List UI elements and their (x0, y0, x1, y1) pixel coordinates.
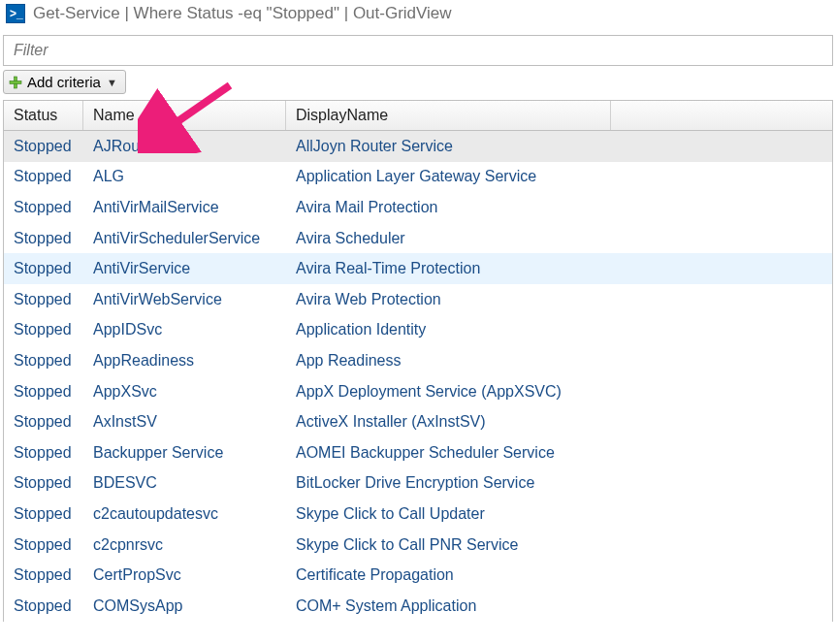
cell-status: Stopped (4, 199, 83, 216)
cell-name: CertPropSvc (83, 566, 286, 584)
cell-displayname: Avira Web Protection (286, 291, 832, 308)
cell-name: COMSysApp (83, 597, 286, 615)
svg-rect-1 (10, 80, 21, 83)
criteria-bar: Add criteria ▼ (3, 70, 833, 94)
cell-displayname: ActiveX Installer (AxInstSV) (286, 413, 832, 431)
cell-displayname: Application Layer Gateway Service (286, 168, 832, 185)
grid-body[interactable]: StoppedAJRouterAllJoyn Router ServiceSto… (4, 131, 832, 622)
cell-displayname: AllJoyn Router Service (286, 138, 832, 155)
table-row[interactable]: StoppedAppXSvcAppX Deployment Service (A… (4, 376, 832, 407)
window-title: Get-Service | Where Status -eq "Stopped"… (33, 4, 452, 23)
cell-name: AJRouter (83, 138, 286, 155)
table-row[interactable]: Stoppedc2cautoupdatesvcSkype Click to Ca… (4, 499, 832, 530)
cell-displayname: App Readiness (286, 352, 832, 370)
filter-bar[interactable] (3, 35, 833, 66)
table-row[interactable]: StoppedAntiVirWebServiceAvira Web Protec… (4, 284, 832, 315)
cell-name: Backupper Service (83, 444, 286, 462)
chevron-down-icon: ▼ (107, 77, 117, 88)
cell-name: c2cautoupdatesvc (83, 505, 286, 523)
table-row[interactable]: StoppedAJRouterAllJoyn Router Service (4, 131, 832, 162)
grid-header: Status Name DisplayName (4, 101, 832, 131)
cell-name: AxInstSV (83, 413, 286, 431)
cell-displayname: Avira Real-Time Protection (286, 260, 832, 277)
cell-name: BDESVC (83, 474, 286, 492)
cell-status: Stopped (4, 291, 83, 308)
cell-displayname: Skype Click to Call PNR Service (286, 536, 832, 554)
table-row[interactable]: StoppedAppReadinessApp Readiness (4, 345, 832, 376)
cell-displayname: COM+ System Application (286, 597, 832, 615)
cell-name: AntiVirSchedulerService (83, 230, 286, 247)
table-row[interactable]: StoppedBackupper ServiceAOMEI Backupper … (4, 437, 832, 468)
cell-status: Stopped (4, 413, 83, 431)
cell-name: ALG (83, 168, 286, 185)
add-criteria-label: Add criteria (27, 74, 101, 90)
cell-status: Stopped (4, 230, 83, 247)
cell-displayname: BitLocker Drive Encryption Service (286, 474, 832, 492)
cell-displayname: AppX Deployment Service (AppXSVC) (286, 383, 832, 401)
table-row[interactable]: StoppedCertPropSvcCertificate Propagatio… (4, 560, 832, 591)
table-row[interactable]: StoppedAppIDSvcApplication Identity (4, 315, 832, 346)
table-row[interactable]: StoppedAntiVirMailServiceAvira Mail Prot… (4, 192, 832, 223)
table-row[interactable]: StoppedALGApplication Layer Gateway Serv… (4, 162, 832, 193)
cell-name: AppIDSvc (83, 321, 286, 338)
cell-name: AntiVirMailService (83, 199, 286, 216)
column-header-spacer (611, 101, 832, 130)
table-row[interactable]: StoppedCOMSysAppCOM+ System Application (4, 591, 832, 622)
table-row[interactable]: StoppedBDESVCBitLocker Drive Encryption … (4, 468, 832, 499)
cell-status: Stopped (4, 505, 83, 523)
cell-status: Stopped (4, 474, 83, 492)
cell-status: Stopped (4, 566, 83, 584)
filter-input[interactable] (12, 41, 824, 60)
plus-icon (8, 75, 23, 90)
cell-status: Stopped (4, 138, 83, 155)
table-row[interactable]: StoppedAxInstSVActiveX Installer (AxInst… (4, 406, 832, 437)
cell-displayname: Avira Mail Protection (286, 199, 832, 216)
table-row[interactable]: Stoppedc2cpnrsvcSkype Click to Call PNR … (4, 530, 832, 561)
cell-status: Stopped (4, 260, 83, 277)
powershell-icon: >_ (6, 4, 25, 23)
window-titlebar: >_ Get-Service | Where Status -eq "Stopp… (0, 0, 836, 29)
cell-name: AntiVirService (83, 260, 286, 277)
cell-status: Stopped (4, 321, 83, 338)
cell-status: Stopped (4, 536, 83, 554)
cell-status: Stopped (4, 597, 83, 615)
cell-displayname: AOMEI Backupper Scheduler Service (286, 444, 832, 462)
grid-view: Status Name DisplayName StoppedAJRouterA… (3, 100, 833, 622)
cell-name: AppReadiness (83, 352, 286, 370)
cell-displayname: Skype Click to Call Updater (286, 505, 832, 523)
cell-status: Stopped (4, 444, 83, 462)
cell-status: Stopped (4, 352, 83, 370)
table-row[interactable]: StoppedAntiVirSchedulerServiceAvira Sche… (4, 223, 832, 254)
column-header-name[interactable]: Name (83, 101, 286, 130)
cell-displayname: Certificate Propagation (286, 566, 832, 584)
cell-status: Stopped (4, 168, 83, 185)
table-row[interactable]: StoppedAntiVirServiceAvira Real-Time Pro… (4, 253, 832, 284)
add-criteria-button[interactable]: Add criteria ▼ (3, 70, 126, 94)
cell-name: AntiVirWebService (83, 291, 286, 308)
column-header-displayname[interactable]: DisplayName (286, 101, 611, 130)
cell-name: c2cpnrsvc (83, 536, 286, 554)
cell-name: AppXSvc (83, 383, 286, 401)
column-header-status[interactable]: Status (4, 101, 83, 130)
cell-status: Stopped (4, 383, 83, 401)
cell-displayname: Avira Scheduler (286, 230, 832, 247)
cell-displayname: Application Identity (286, 321, 832, 338)
